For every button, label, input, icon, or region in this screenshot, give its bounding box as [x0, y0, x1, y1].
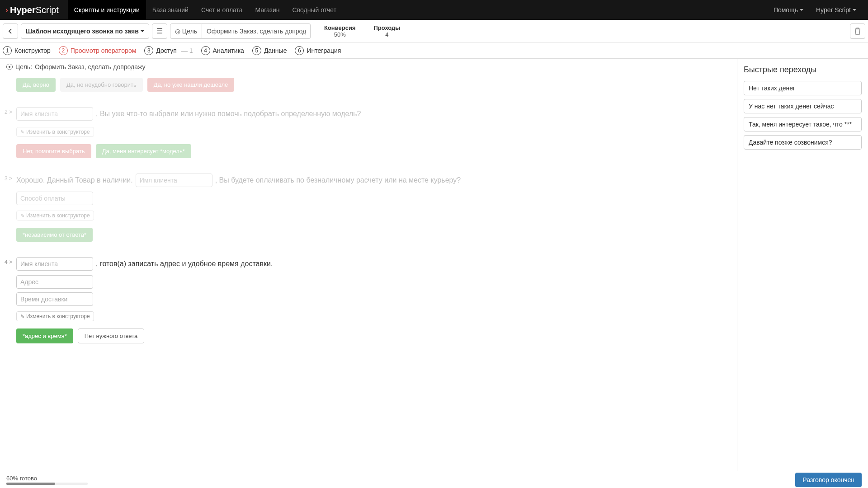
stat-passes-label: Проходы: [374, 24, 401, 31]
nav-scripts[interactable]: Скрипты и инструкции: [68, 0, 146, 20]
step-3: 3 > Хорошо. Данный Товар в наличии. , Вы…: [6, 174, 731, 242]
answer-interested-model[interactable]: Да, меня интересует *модель*: [96, 144, 191, 158]
logo-text-light: Script: [36, 5, 59, 15]
goal-text: Оформить Заказ, сделать допродажу: [35, 63, 146, 70]
sidebar-title: Быстрые переходы: [744, 65, 862, 75]
answer-found-cheaper[interactable]: Да, но уже нашли дешевле: [147, 78, 235, 92]
main: Цель: Оформить Заказ, сделать допродажу …: [0, 59, 868, 471]
step-2-line: , Вы уже что-то выбрали или нужно помочь…: [16, 107, 731, 121]
step-1-answers: Да, верно Да, но неудобно говорить Да, н…: [16, 78, 731, 92]
step-4-answers: *адрес и время* Нет нужного ответа: [16, 328, 731, 343]
answer-address-time[interactable]: *адрес и время*: [16, 328, 73, 343]
nav-knowledge[interactable]: База знаний: [146, 0, 195, 20]
nav-shop[interactable]: Магазин: [249, 0, 286, 20]
edit-in-constructor-3[interactable]: ✎Изменить в конструкторе: [16, 311, 94, 321]
quick-jump-1[interactable]: У нас нет таких денег сейчас: [744, 99, 862, 113]
target-icon: ◎: [175, 28, 180, 35]
payment-method-input[interactable]: [16, 192, 93, 205]
back-button[interactable]: [3, 23, 18, 39]
stat-conversion-value: 50%: [324, 31, 356, 38]
stat-passes: Проходы 4: [374, 24, 401, 38]
tabs: 1Конструктор 2Просмотр оператором 3Досту…: [0, 42, 868, 59]
tab-operator-view[interactable]: 2Просмотр оператором: [59, 46, 136, 55]
nav-billing[interactable]: Счет и оплата: [195, 0, 249, 20]
nav-items: Скрипты и инструкции База знаний Счет и …: [68, 0, 343, 20]
client-name-input[interactable]: [16, 107, 93, 121]
edit-in-constructor-2[interactable]: ✎Изменить в конструкторе: [16, 211, 94, 221]
goal-prefix: ◎ Цель: [170, 23, 202, 39]
tab-integration[interactable]: 6Интеграция: [295, 46, 341, 55]
step-3-line: Хорошо. Данный Товар в наличии. , Вы буд…: [16, 174, 731, 187]
pencil-icon: ✎: [20, 314, 24, 319]
nav-report[interactable]: Сводный отчет: [286, 0, 343, 20]
quick-jump-3[interactable]: Давайте позже созвонимся?: [744, 135, 862, 150]
tab-analytics[interactable]: 4Аналитика: [201, 46, 244, 55]
goal-bullet-icon: [6, 64, 13, 70]
step-4: 4 > , готов(а) записать адрес и удобное …: [6, 257, 731, 343]
answer-yes-correct[interactable]: Да, верно: [16, 78, 56, 92]
template-dropdown[interactable]: Шаблон исходящего звонка по заяв: [21, 23, 149, 39]
answer-no-match[interactable]: Нет нужного ответа: [78, 328, 144, 343]
tab-data[interactable]: 5Данные: [252, 46, 287, 55]
nav-user[interactable]: Hyper Script: [810, 0, 863, 20]
quick-jump-2[interactable]: Так, меня интересует такое, что ***: [744, 117, 862, 131]
step-4-num: 4 >: [5, 259, 12, 265]
step-3-answers: *независимо от ответа*: [16, 228, 731, 242]
trash-icon: [854, 28, 861, 35]
answer-help-choose[interactable]: Нет, помогите выбрать: [16, 144, 91, 158]
step-2-answers: Нет, помогите выбрать Да, меня интересуе…: [16, 144, 731, 158]
menu-button[interactable]: ☰: [152, 23, 167, 39]
stat-conversion-label: Конверсия: [324, 24, 356, 31]
logo-chevron-icon: ›: [5, 5, 8, 15]
sidebar: Быстрые переходы Нет таких денег У нас н…: [737, 59, 868, 471]
goal-prefix-text: Цель:: [15, 63, 32, 70]
goal-line: Цель: Оформить Заказ, сделать допродажу: [6, 63, 731, 70]
content: Цель: Оформить Заказ, сделать допродажу …: [0, 59, 737, 471]
step-4-text: , готов(а) записать адрес и удобное врем…: [96, 260, 273, 268]
address-input[interactable]: [16, 275, 93, 289]
delete-button[interactable]: [850, 23, 865, 39]
client-name-input-3[interactable]: [16, 257, 93, 271]
toolbar: Шаблон исходящего звонка по заяв ☰ ◎ Цел…: [0, 20, 868, 42]
logo[interactable]: › HyperScript: [5, 5, 59, 15]
step-3-text-before: Хорошо. Данный Товар в наличии.: [16, 176, 133, 184]
goal-input[interactable]: [202, 23, 311, 39]
nav-help[interactable]: Помощь: [767, 0, 810, 20]
nav-right: Помощь Hyper Script: [767, 0, 863, 20]
step-2: 2 > , Вы уже что-то выбрали или нужно по…: [6, 107, 731, 158]
stat-conversion: Конверсия 50%: [324, 24, 356, 38]
answer-inconvenient[interactable]: Да, но неудобно говорить: [60, 78, 143, 92]
toolbar-stats: Конверсия 50% Проходы 4: [324, 24, 400, 38]
step-2-num: 2 >: [5, 109, 12, 115]
step-4-line: , готов(а) записать адрес и удобное врем…: [16, 257, 731, 271]
top-nav: › HyperScript Скрипты и инструкции База …: [0, 0, 868, 20]
step-1: Да, верно Да, но неудобно говорить Да, н…: [6, 78, 731, 92]
step-3-text-after: , Вы будете оплачивать по безналичному р…: [215, 176, 461, 184]
chevron-left-icon: [8, 28, 13, 34]
quick-jump-0[interactable]: Нет таких денег: [744, 81, 862, 95]
client-name-input-2[interactable]: [136, 174, 212, 187]
logo-text-bold: Hyper: [10, 5, 36, 15]
tab-constructor[interactable]: 1Конструктор: [3, 46, 51, 55]
goal-label: Цель: [182, 28, 197, 35]
t:tab-access[interactable]: 3Доступ— 1: [144, 46, 193, 55]
answer-regardless[interactable]: *независимо от ответа*: [16, 228, 93, 242]
step-3-num: 3 >: [5, 175, 12, 182]
pencil-icon: ✎: [20, 129, 24, 135]
pencil-icon: ✎: [20, 213, 24, 219]
stat-passes-value: 4: [374, 31, 401, 38]
step-2-text: , Вы уже что-то выбрали или нужно помочь…: [96, 110, 361, 118]
edit-in-constructor[interactable]: ✎Изменить в конструкторе: [16, 127, 94, 137]
delivery-time-input[interactable]: [16, 292, 93, 306]
